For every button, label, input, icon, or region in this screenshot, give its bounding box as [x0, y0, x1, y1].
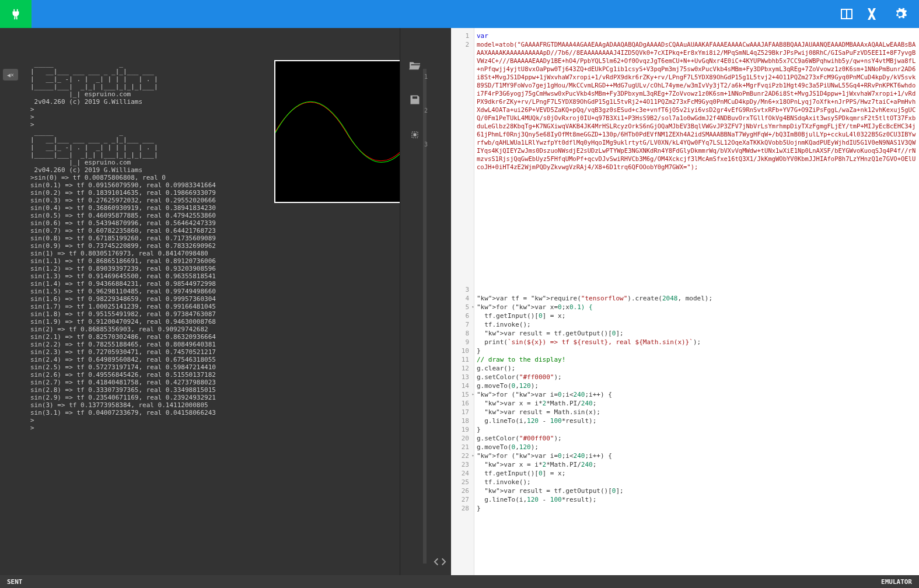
layout-icon[interactable]	[840, 7, 854, 21]
send-code-icon[interactable]	[429, 28, 451, 575]
chip-icon[interactable]	[409, 129, 421, 143]
status-left: SENT	[7, 578, 23, 586]
slot-number: 3	[424, 141, 428, 148]
help-icon[interactable]	[866, 7, 880, 21]
open-file-icon[interactable]	[408, 60, 421, 73]
connect-button[interactable]	[0, 0, 32, 28]
code-editor[interactable]: varmodel=atob("GAAAAFRGTDMAAA4AGAAEAAgAD…	[474, 28, 919, 575]
file-tool-column: 1 2 3	[400, 28, 429, 575]
editor-pane: 1234567891011121314151617181920212223242…	[451, 28, 919, 575]
console-pane: ◀× _____ _ | __|___ ___ ___ _ _|_|___ __…	[0, 28, 429, 575]
top-toolbar	[0, 0, 919, 28]
display-plot	[274, 60, 417, 203]
slot-number: 2	[424, 107, 428, 114]
slot-number: 1	[424, 74, 428, 80]
status-bar: SENT EMULATOR	[0, 575, 919, 588]
save-file-icon[interactable]	[409, 94, 421, 108]
back-tab-icon[interactable]: ◀×	[3, 69, 18, 80]
status-right: EMULATOR	[881, 578, 912, 586]
line-gutter: 1234567891011121314151617181920212223242…	[451, 28, 474, 575]
settings-icon[interactable]	[893, 7, 907, 21]
